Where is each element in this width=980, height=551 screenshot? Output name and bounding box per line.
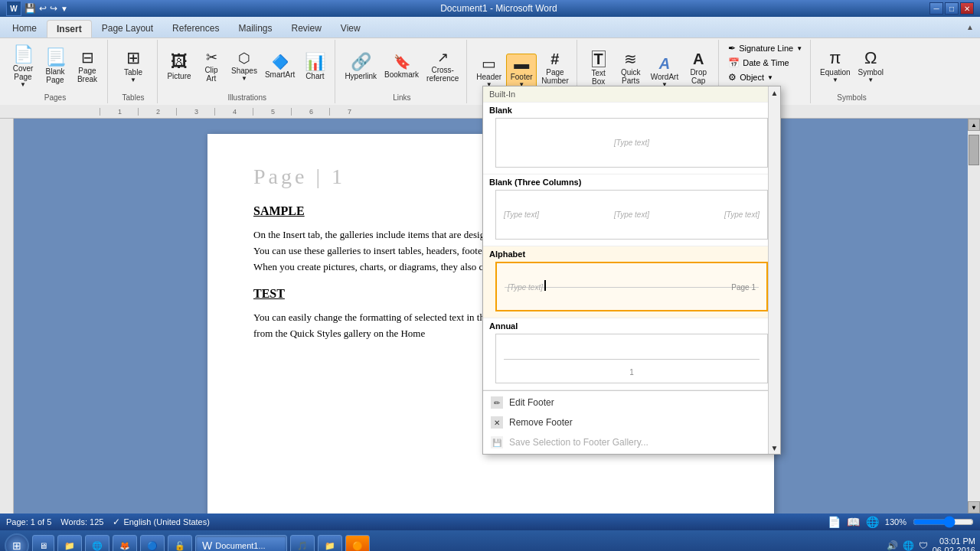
- hyperlink-btn[interactable]: 🔗 Hyperlink: [341, 52, 380, 82]
- taskbar-app1-btn[interactable]: 🔵: [140, 535, 165, 551]
- ruler-mark-1: 1: [100, 108, 138, 116]
- taskbar-ie-btn[interactable]: 🌐: [85, 535, 109, 551]
- quick-access-redo[interactable]: ↪: [50, 3, 57, 14]
- footer-btn[interactable]: ▬ Footer ▼: [506, 54, 537, 90]
- tab-view[interactable]: View: [332, 20, 370, 37]
- cursor-indicator: [544, 280, 546, 291]
- word-art-btn[interactable]: A WordArt ▼: [648, 54, 682, 90]
- shapes-btn[interactable]: ⬡ Shapes ▼: [228, 50, 260, 83]
- quick-access-undo[interactable]: ↩: [39, 3, 47, 14]
- taskbar-word-btn[interactable]: W Document1...: [195, 535, 287, 551]
- edit-footer-icon: ✏: [491, 396, 503, 409]
- blank-three-cols-label: Blank (Three Columns): [489, 178, 774, 187]
- signature-line-btn[interactable]: ✒ Signature Line ▼: [725, 41, 805, 55]
- cross-ref-btn[interactable]: ↗ Cross-reference: [423, 49, 462, 84]
- taskbar-explorer-btn[interactable]: 🖥: [32, 535, 54, 551]
- blank-three-cols-preview[interactable]: [Type text] [Type text] [Type text]: [495, 190, 768, 240]
- smart-art-btn[interactable]: 🔷 SmartArt: [262, 54, 298, 80]
- symbol-dropdown[interactable]: ▼: [867, 77, 874, 83]
- chart-btn[interactable]: 📊 Chart: [299, 52, 330, 82]
- blank-page-btn[interactable]: 📃 BlankPage: [40, 47, 70, 86]
- edit-footer-action[interactable]: ✏ Edit Footer: [483, 393, 780, 412]
- tray-icon-2: 🌐: [903, 540, 914, 551]
- tab-mailings[interactable]: Mailings: [229, 20, 281, 37]
- clip-art-btn[interactable]: ✂ ClipArt: [196, 49, 227, 84]
- taskbar-orange-btn[interactable]: 🟠: [345, 535, 370, 551]
- symbol-btn[interactable]: Ω Symbol ▼: [855, 48, 887, 85]
- footer-blank-item[interactable]: Blank [Type text]: [483, 103, 780, 174]
- close-button[interactable]: ✕: [960, 2, 974, 15]
- dropdown-scroll-down[interactable]: ▼: [769, 442, 781, 454]
- view-full-reading-icon[interactable]: 📖: [847, 516, 860, 528]
- cover-page-btn[interactable]: 📄 CoverPage ▼: [8, 44, 38, 90]
- minimize-button[interactable]: ─: [929, 2, 943, 15]
- remove-footer-action[interactable]: ✕ Remove Footer: [483, 412, 780, 432]
- view-print-icon[interactable]: 📄: [828, 516, 841, 528]
- quick-access-dropdown[interactable]: ▼: [60, 5, 68, 13]
- alphabet-preview-page: Page 1: [731, 282, 756, 291]
- equation-dropdown[interactable]: ▼: [832, 77, 838, 83]
- symbols-group: π Equation ▼ Ω Symbol ▼ Symbols: [812, 40, 891, 103]
- ruler-mark-2: 2: [138, 108, 176, 116]
- blank-preview[interactable]: [Type text]: [495, 118, 768, 168]
- remove-footer-label: Remove Footer: [509, 417, 573, 428]
- page-break-btn[interactable]: ⊟ PageBreak: [72, 48, 103, 85]
- blank-three-col-text-2: [Type text]: [614, 210, 649, 219]
- taskbar-app2-btn[interactable]: 🔓: [168, 535, 192, 551]
- date-time-btn[interactable]: 📅 Date & Time: [725, 56, 792, 70]
- dropdown-actions: ✏ Edit Footer ✕ Remove Footer 💾 Save Sel…: [483, 390, 780, 454]
- links-label: Links: [393, 92, 410, 102]
- scroll-down-btn[interactable]: ▼: [968, 501, 980, 514]
- links-group: 🔗 Hyperlink 🔖 Bookmark ↗ Cross-reference…: [337, 40, 467, 103]
- bookmark-btn[interactable]: 🔖 Bookmark: [381, 54, 422, 80]
- dropdown-scrollbar[interactable]: ▲ ▼: [768, 86, 780, 454]
- object-dropdown[interactable]: ▼: [767, 74, 773, 81]
- vertical-scrollbar[interactable]: ▲ ▼: [968, 119, 980, 514]
- save-footer-icon: 💾: [491, 436, 503, 448]
- quick-access-save[interactable]: 💾: [24, 3, 36, 14]
- vertical-ruler: [0, 119, 14, 514]
- alphabet-preview-label: [Type text]: [508, 282, 543, 291]
- window-title: Document1 - Microsoft Word: [68, 3, 929, 14]
- shapes-dropdown[interactable]: ▼: [241, 75, 247, 82]
- tab-home[interactable]: Home: [3, 20, 46, 37]
- taskbar-folder-btn[interactable]: 📁: [57, 535, 82, 551]
- chart-icon: 📊: [305, 54, 325, 70]
- footer-blank-three-cols-item[interactable]: Blank (Three Columns) [Type text] [Type …: [483, 174, 780, 246]
- symbols-label: Symbols: [837, 92, 866, 102]
- tab-references[interactable]: References: [163, 20, 228, 37]
- zoom-slider[interactable]: [913, 516, 974, 528]
- alphabet-preview[interactable]: [Type text] Page 1: [495, 262, 768, 311]
- tab-review[interactable]: Review: [282, 20, 330, 37]
- view-web-icon[interactable]: 🌐: [866, 516, 879, 528]
- tables-label: Tables: [122, 92, 145, 102]
- taskbar-vlc-btn[interactable]: 🎵: [290, 535, 315, 551]
- dropdown-scroll-up[interactable]: ▲: [769, 86, 781, 99]
- page-info: Page: 1 of 5: [6, 517, 51, 527]
- object-btn[interactable]: ⚙ Object ▼: [725, 70, 776, 84]
- scroll-track[interactable]: [968, 131, 980, 501]
- tab-insert[interactable]: Insert: [47, 20, 92, 37]
- equation-btn[interactable]: π Equation ▼: [817, 48, 853, 85]
- header-btn[interactable]: ▭ Header ▼: [473, 54, 505, 90]
- tab-page-layout[interactable]: Page Layout: [93, 20, 162, 37]
- cover-page-dropdown[interactable]: ▼: [20, 81, 26, 88]
- scroll-thumb[interactable]: [969, 135, 979, 165]
- scroll-up-btn[interactable]: ▲: [968, 119, 980, 131]
- language-indicator[interactable]: ✓ English (United States): [113, 517, 210, 527]
- picture-btn[interactable]: 🖼 Picture: [164, 52, 194, 82]
- footer-annual-item[interactable]: Annual 1: [483, 318, 780, 390]
- maximize-button[interactable]: □: [945, 2, 959, 15]
- start-button[interactable]: ⊞: [5, 533, 29, 551]
- signature-dropdown[interactable]: ▼: [796, 45, 802, 52]
- footer-alphabet-item[interactable]: Alphabet [Type text] Page 1: [483, 246, 780, 318]
- taskbar-files-btn[interactable]: 📁: [318, 535, 342, 551]
- save-footer-action: 💾 Save Selection to Footer Gallery...: [483, 432, 780, 452]
- taskbar-firefox-btn[interactable]: 🦊: [113, 535, 137, 551]
- table-btn[interactable]: ⊞ Table ▼: [114, 48, 152, 85]
- ribbon-collapse[interactable]: ▲: [960, 20, 980, 37]
- equation-icon: π: [829, 50, 841, 67]
- annual-preview[interactable]: 1: [495, 334, 768, 383]
- annual-label: Annual: [489, 321, 774, 331]
- table-dropdown[interactable]: ▼: [130, 77, 136, 83]
